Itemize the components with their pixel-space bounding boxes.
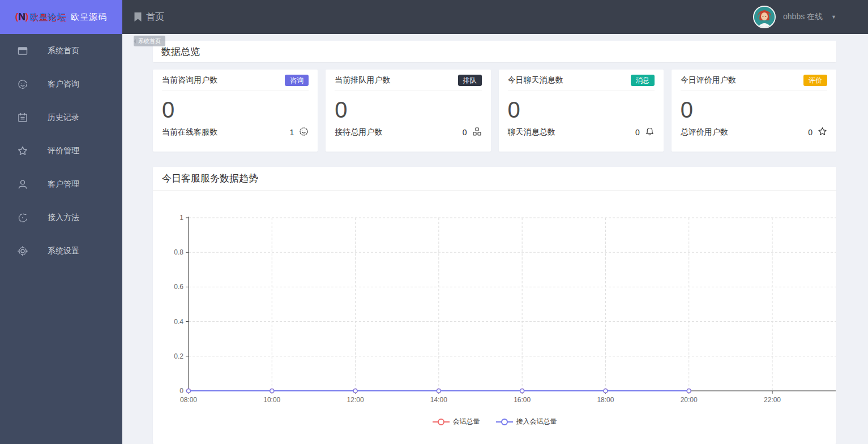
stat-footer-label: 当前在线客服数	[162, 127, 217, 137]
stat-label: 当前排队用户数	[335, 75, 390, 85]
sidebar-item-label: 评价管理	[48, 146, 79, 156]
brand-title: 欧皇源码	[71, 12, 107, 23]
top-navbar: (N)欧皇论坛 欧皇源码 首页 ohbbs 在线▼	[0, 0, 868, 34]
history-notebook-icon	[17, 112, 28, 123]
avatar[interactable]	[753, 6, 776, 28]
caret-down-icon: ▼	[831, 14, 836, 20]
overview-header-panel: 数据总览	[153, 41, 836, 62]
trend-chart: 00.20.40.60.8108:0010:0012:0014:0016:001…	[153, 191, 836, 412]
legend-label: 会话总量	[453, 417, 480, 426]
sidebar-item-integration[interactable]: 接入方法	[0, 201, 122, 234]
stat-label: 今日聊天消息数	[508, 75, 563, 85]
stat-footer-label: 总评价用户数	[681, 127, 728, 137]
sidebar-item-label: 系统首页	[48, 46, 79, 56]
agent-smiley-icon	[299, 127, 309, 138]
svg-text:12:00: 12:00	[347, 396, 364, 404]
svg-text:20:00: 20:00	[681, 396, 698, 404]
sidebar-item-home[interactable]: 系统首页	[0, 34, 122, 67]
app-window: (N)欧皇论坛 欧皇源码 首页 ohbbs 在线▼	[0, 0, 868, 444]
user-name[interactable]: ohbbs 在线	[783, 12, 823, 22]
legend-item[interactable]: 接入会话总量	[496, 417, 557, 426]
nav-home-label: 首页	[146, 11, 164, 23]
sidebar-item-settings[interactable]: 系统设置	[0, 234, 122, 268]
status-badge: 咨询	[285, 75, 309, 86]
legend-marker-icon	[433, 418, 450, 426]
svg-text:0.8: 0.8	[174, 248, 183, 256]
stat-card-consulting: 当前咨询用户数 咨询 0 当前在线客服数 1	[153, 70, 318, 152]
stat-value: 0	[508, 98, 655, 122]
logo-paren-right: )	[25, 11, 29, 23]
page-tab-tooltip: 系统首页	[134, 36, 165, 46]
user-icon	[17, 179, 28, 190]
stat-footer-value: 0	[635, 128, 640, 137]
page-title: 数据总览	[161, 45, 200, 58]
sidebar-item-consult[interactable]: 客户咨询	[0, 67, 122, 101]
svg-text:0.4: 0.4	[174, 318, 183, 326]
sidebar-item-label: 接入方法	[48, 213, 79, 223]
status-badge: 评价	[803, 75, 827, 86]
stat-card-ratings: 今日评价用户数 评价 0 总评价用户数 0	[672, 70, 836, 152]
monitor-icon	[17, 45, 28, 57]
svg-text:10:00: 10:00	[263, 396, 280, 404]
legend-label: 接入会话总量	[516, 417, 557, 426]
svg-text:16:00: 16:00	[514, 396, 531, 404]
nav-home-link[interactable]: 首页	[134, 11, 164, 23]
sidebar-item-history[interactable]: 历史记录	[0, 101, 122, 134]
sidebar: 系统首页 客户咨询 历史记录 评价管理 客户管理	[0, 34, 122, 444]
user-menu[interactable]: ohbbs 在线▼	[753, 6, 836, 28]
svg-text:14:00: 14:00	[430, 396, 447, 404]
sidebar-item-reviews[interactable]: 评价管理	[0, 134, 122, 167]
stat-footer-label: 聊天消息总数	[508, 127, 555, 137]
stat-cards-row: 当前咨询用户数 咨询 0 当前在线客服数 1 当前排队用户数	[153, 70, 836, 152]
brand-logo-icon: (N)欧皇论坛	[15, 11, 66, 23]
sidebar-item-label: 系统设置	[48, 246, 79, 256]
main-content: 系统首页 数据总览 当前咨询用户数 咨询 0 当前在线客服数 1	[122, 34, 868, 444]
stat-footer-value: 0	[808, 128, 813, 137]
svg-text:0.2: 0.2	[174, 352, 183, 360]
stat-footer-value: 0	[463, 128, 467, 137]
svg-text:1: 1	[179, 214, 183, 222]
stat-value: 0	[335, 98, 481, 122]
stat-card-queue: 当前排队用户数 排队 0 接待总用户数 0	[326, 70, 490, 152]
gear-icon	[17, 245, 28, 257]
stat-value: 0	[162, 98, 309, 122]
stat-label: 当前咨询用户数	[162, 75, 217, 85]
star-icon	[818, 127, 827, 138]
svg-text:0: 0	[179, 387, 183, 395]
bell-icon	[645, 127, 655, 138]
stat-label: 今日评价用户数	[681, 75, 736, 85]
legend-item[interactable]: 会话总量	[433, 417, 480, 426]
logo-letter: N	[18, 11, 25, 23]
chart-legend: 会话总量接入会话总量	[153, 417, 836, 426]
status-badge: 排队	[458, 75, 482, 86]
status-badge: 消息	[631, 75, 655, 86]
star-icon	[17, 145, 28, 157]
stat-card-messages: 今日聊天消息数 消息 0 聊天消息总数 0	[499, 70, 664, 152]
trend-chart-card: 今日客服服务数据趋势 00.20.40.60.8108:0010:0012:00…	[153, 167, 836, 444]
chart-area[interactable]: 00.20.40.60.8108:0010:0012:0014:0016:001…	[153, 191, 836, 426]
queue-grid-icon	[472, 127, 482, 138]
brand-logo[interactable]: (N)欧皇论坛 欧皇源码	[0, 0, 122, 34]
svg-text:0.6: 0.6	[174, 283, 183, 291]
stat-footer-value: 1	[289, 128, 294, 137]
logo-text: 欧皇论坛	[29, 12, 66, 23]
sidebar-item-customers[interactable]: 客户管理	[0, 167, 122, 201]
stat-footer-label: 接待总用户数	[335, 127, 382, 137]
svg-text:08:00: 08:00	[180, 396, 197, 404]
sidebar-item-label: 客户咨询	[48, 79, 79, 89]
sidebar-item-label: 客户管理	[48, 179, 79, 189]
chart-title: 今日客服服务数据趋势	[162, 172, 258, 185]
svg-text:18:00: 18:00	[597, 396, 614, 404]
bookmark-icon	[134, 12, 142, 22]
smiley-icon	[17, 79, 28, 90]
api-link-icon	[17, 212, 28, 223]
legend-marker-icon	[496, 418, 513, 426]
svg-text:22:00: 22:00	[764, 396, 781, 404]
sidebar-item-label: 历史记录	[48, 113, 79, 123]
stat-value: 0	[681, 98, 827, 122]
